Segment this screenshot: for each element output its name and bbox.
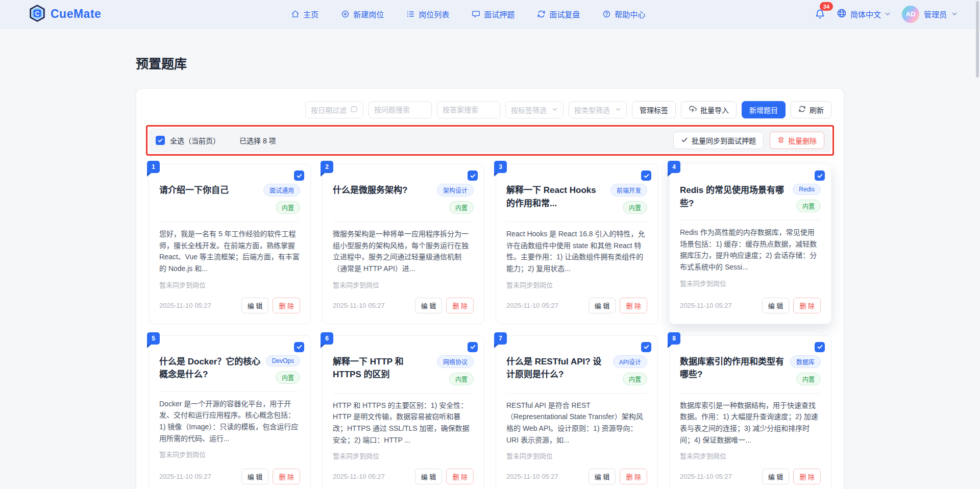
question-cards-grid: 1 请介绍一下你自己 面试通用 内置 您好，我是一名有 5 年工作经验的软件工程… [149, 164, 831, 489]
language-selector[interactable]: 简体中文 [837, 8, 891, 20]
notification-count-badge: 34 [820, 2, 833, 11]
card-description: 数据库索引是一种数据结构，用于快速查找数据。作用：1) 大幅提升查询速度；2) … [680, 400, 821, 446]
bulk-sync-button[interactable]: 批量同步到面试押题 [673, 132, 764, 149]
date-filter-input[interactable]: 按日期过滤 [305, 101, 363, 118]
delete-button[interactable]: 删 除 [793, 298, 821, 313]
divider [506, 222, 647, 222]
card-checkbox[interactable] [294, 170, 304, 181]
edit-button[interactable]: 编 辑 [762, 469, 790, 484]
edit-button[interactable]: 编 辑 [241, 298, 269, 313]
question-card: 7 什么是 RESTful API? 设计原则是什么? API设计 内置 RES… [496, 335, 658, 489]
card-checkbox[interactable] [815, 342, 825, 352]
category-tag: 网络协议 [437, 355, 474, 368]
manage-tags-button[interactable]: 管理标签 [632, 101, 676, 118]
filter-toolbar: 按日期过滤 按标签筛选 按类型筛选 [149, 101, 831, 118]
card-description: HTTP 和 HTTPS 的主要区别：1) 安全性：HTTP 是明文传输，数据容… [333, 400, 474, 446]
tag-filter-select[interactable]: 按标签筛选 [505, 101, 564, 118]
card-title: 解释一下 React Hooks 的作用和常... [506, 184, 605, 214]
question-card: 3 解释一下 React Hooks 的作用和常... 前端开发 内置 Reac… [496, 164, 658, 324]
card-checkbox[interactable] [641, 170, 651, 181]
delete-button[interactable]: 删 除 [446, 469, 474, 484]
brand[interactable]: C CueMate [29, 5, 101, 24]
question-search-input[interactable] [369, 101, 432, 118]
add-question-button[interactable]: 新增题目 [742, 101, 786, 118]
bulk-delete-label: 批量删除 [788, 135, 817, 145]
nav-item[interactable]: 面试押题 [472, 9, 514, 19]
bulk-import-button[interactable]: 批量导入 [681, 101, 737, 118]
question-search-field[interactable] [374, 106, 426, 114]
delete-button[interactable]: 删 除 [446, 298, 474, 313]
nav-item[interactable]: 主页 [291, 9, 318, 19]
builtin-tag: 内置 [796, 373, 821, 385]
builtin-tag: 内置 [276, 201, 300, 214]
question-bank-panel: 按日期过滤 按标签筛选 按类型筛选 [136, 88, 844, 489]
card-number-badge: 5 [147, 332, 160, 345]
delete-button[interactable]: 删 除 [793, 469, 821, 484]
select-all-label: 全选（当前页） [170, 135, 220, 145]
card-number-badge: 8 [668, 332, 680, 345]
edit-button[interactable]: 编 辑 [415, 469, 443, 484]
nav-item[interactable]: 新建岗位 [341, 9, 384, 19]
card-checkbox[interactable] [641, 342, 651, 352]
card-title: 请介绍一下你自己 [159, 184, 258, 214]
globe-icon [837, 8, 847, 20]
card-checkbox[interactable] [815, 170, 825, 181]
nav-item-icon [406, 10, 415, 18]
edit-button[interactable]: 编 辑 [241, 469, 269, 484]
card-date: 2025-11-10 05:27 [333, 473, 385, 480]
nav-item-label: 岗位列表 [419, 9, 449, 19]
edit-button[interactable]: 编 辑 [589, 298, 616, 313]
divider [680, 393, 821, 394]
nav-item-label: 新建岗位 [353, 9, 384, 19]
builtin-tag: 内置 [796, 200, 821, 212]
nav-item-label: 面试复盘 [549, 9, 580, 19]
card-date: 2025-11-10 05:27 [159, 302, 211, 309]
bulk-delete-button[interactable]: 批量删除 [770, 132, 824, 149]
delete-button[interactable]: 删 除 [273, 298, 300, 313]
edit-button[interactable]: 编 辑 [762, 298, 790, 313]
card-checkbox[interactable] [468, 170, 478, 181]
question-card: 5 什么是 Docker？它的核心概念是什么? DevOps 内置 Docker… [149, 335, 311, 489]
bell-icon [815, 12, 825, 21]
sync-status: 暂未同步到岗位 [506, 451, 647, 460]
edit-button[interactable]: 编 辑 [589, 469, 616, 484]
type-filter-placeholder: 按类型筛选 [574, 105, 610, 115]
category-tag: 数据库 [790, 355, 821, 368]
avatar: AD [902, 6, 919, 23]
top-navbar: C CueMate 主页 新建岗位 岗位列表 面试押题 [0, 0, 980, 29]
card-checkbox[interactable] [294, 342, 304, 352]
bulk-import-label: 批量导入 [700, 105, 729, 115]
answer-search-field[interactable] [443, 106, 495, 114]
sync-status: 暂未同步到岗位 [506, 280, 647, 289]
nav-item[interactable]: 岗位列表 [406, 9, 449, 19]
builtin-tag: 内置 [623, 373, 647, 385]
builtin-tag: 内置 [449, 373, 474, 385]
scrollbar-thumb[interactable] [976, 1, 979, 78]
cuemate-logo-icon: C [29, 5, 46, 24]
chevron-down-icon [615, 106, 621, 114]
edit-button[interactable]: 编 辑 [415, 298, 443, 313]
nav-item[interactable]: 面试复盘 [537, 9, 580, 19]
category-tag: 架构设计 [437, 184, 474, 197]
upload-cloud-icon [689, 105, 697, 115]
card-title: 什么是 RESTful API? 设计原则是什么? [506, 355, 608, 385]
answer-search-input[interactable] [437, 101, 500, 118]
card-description: Redis 作为高性能的内存数据库，常见使用场景包括：1) 缓存：缓存热点数据，… [680, 227, 821, 273]
nav-item[interactable]: 帮助中心 [602, 9, 645, 19]
user-name: 管理员 [924, 9, 947, 19]
main-nav: 主页 新建岗位 岗位列表 面试押题 面试复盘 [271, 9, 645, 19]
select-all-checkbox[interactable] [156, 136, 165, 145]
type-filter-select[interactable]: 按类型筛选 [569, 101, 627, 118]
scrollbar[interactable] [975, 0, 980, 489]
divider [506, 393, 647, 394]
delete-button[interactable]: 删 除 [273, 469, 300, 484]
delete-button[interactable]: 删 除 [620, 298, 647, 313]
delete-button[interactable]: 删 除 [620, 469, 647, 484]
notifications-button[interactable]: 34 [815, 7, 825, 21]
bulk-sync-label: 批量同步到面试押题 [692, 135, 756, 145]
user-menu[interactable]: AD 管理员 [902, 6, 958, 23]
sync-status: 暂未同步到岗位 [333, 280, 474, 289]
chevron-down-icon [885, 10, 891, 18]
card-checkbox[interactable] [468, 342, 478, 352]
refresh-button[interactable]: 刷新 [791, 101, 831, 118]
